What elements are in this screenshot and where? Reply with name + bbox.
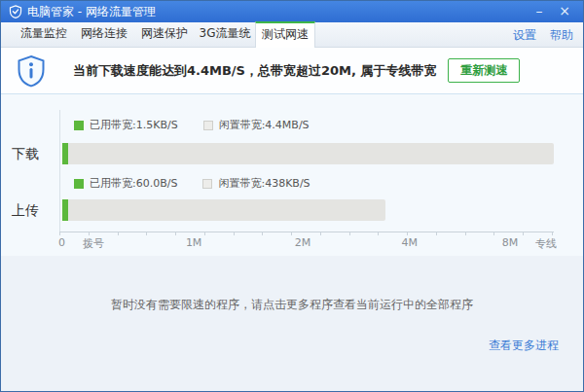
tabbar: 流量监控 网络连接 网速保护 3G流量统计 测试网速 设置 帮助 <box>1 22 583 48</box>
upload-bar-row: 上传 <box>1 199 583 221</box>
tab-network-connections[interactable]: 网络连接 <box>74 21 134 47</box>
window-title: 电脑管家 - 网络流量管理 <box>27 1 527 22</box>
tab-traffic-monitor[interactable]: 流量监控 <box>14 21 74 47</box>
process-panel: 暂时没有需要限速的程序，请点击更多程序查看当前运行中的全部程序 查看更多进程 <box>1 256 583 391</box>
tab-speed-protection[interactable]: 网速保护 <box>134 21 195 47</box>
tab-3g-traffic-stats[interactable]: 3G流量统计 <box>195 21 255 47</box>
bandwidth-chart: 已用带宽:1.5KB/S 闲置带宽:4.4MB/S 下载 已用带宽:60.0B/… <box>1 94 583 256</box>
used-bandwidth-swatch <box>74 121 84 130</box>
idle-bandwidth-swatch <box>202 179 212 189</box>
x-axis-label: 专线 <box>535 236 557 251</box>
idle-bandwidth-swatch <box>203 121 213 130</box>
x-axis-labels: 0拨号1M2M4M8M专线 <box>59 236 552 250</box>
x-axis-label: 2M <box>295 236 311 249</box>
upload-used-label: 已用带宽:60.0B/S <box>90 176 177 191</box>
x-axis-label: 4M <box>402 236 419 249</box>
no-process-hint: 暂时没有需要限速的程序，请点击更多程序查看当前运行中的全部程序 <box>1 297 583 313</box>
titlebar: 电脑管家 - 网络流量管理 – × <box>1 1 583 22</box>
retest-button[interactable]: 重新测速 <box>448 58 520 83</box>
help-link[interactable]: 帮助 <box>550 27 573 44</box>
download-bar <box>62 143 554 164</box>
app-logo-shield-icon <box>9 5 22 18</box>
info-shield-icon <box>17 54 46 88</box>
x-axis-label: 8M <box>502 236 519 249</box>
x-axis-label: 拨号 <box>83 236 104 251</box>
window-controls: – × <box>527 1 577 22</box>
speedtest-result-text: 当前下载速度能达到4.4MB/S，总带宽超过20M, 属于专线带宽 <box>73 62 436 80</box>
minimize-button[interactable]: – <box>527 1 552 22</box>
bar-idle <box>68 143 554 164</box>
upload-idle-label: 闲置带宽:438KB/S <box>218 176 310 191</box>
upload-bar <box>62 199 554 221</box>
app-window: 电脑管家 - 网络流量管理 – × 流量监控 网络连接 网速保护 3G流量统计 … <box>0 0 584 392</box>
download-legend: 已用带宽:1.5KB/S 闲置带宽:4.4MB/S <box>74 118 310 132</box>
bar-idle <box>68 199 385 221</box>
close-button[interactable]: × <box>552 1 577 22</box>
download-used-label: 已用带宽:1.5KB/S <box>90 118 178 132</box>
tabbar-links: 设置 帮助 <box>513 22 573 48</box>
download-bar-row: 下载 <box>1 143 583 164</box>
tab-speed-test[interactable]: 测试网速 <box>255 21 315 48</box>
download-idle-label: 闲置带宽:4.4MB/S <box>219 118 310 132</box>
used-bandwidth-swatch <box>74 179 84 189</box>
speedtest-result-banner: 当前下载速度能达到4.4MB/S，总带宽超过20M, 属于专线带宽 重新测速 <box>1 48 583 94</box>
settings-link[interactable]: 设置 <box>513 27 536 44</box>
upload-legend: 已用带宽:60.0B/S 闲置带宽:438KB/S <box>74 176 310 191</box>
x-axis-label: 0 <box>58 236 65 249</box>
view-more-processes-link[interactable]: 查看更多进程 <box>489 338 559 354</box>
upload-category-label: 上传 <box>1 199 50 221</box>
x-axis-label: 1M <box>186 236 202 249</box>
download-category-label: 下载 <box>1 143 50 164</box>
